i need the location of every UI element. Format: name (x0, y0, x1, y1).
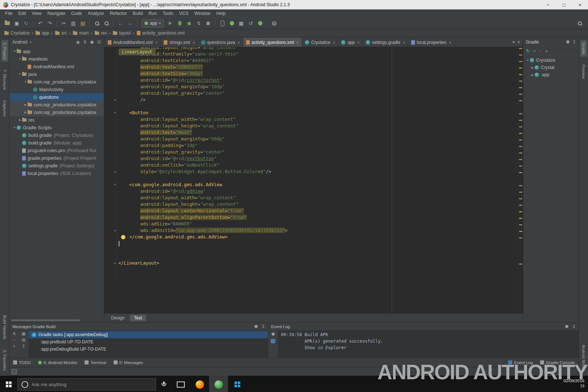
close-tab-icon[interactable]: × (297, 40, 299, 45)
tree-item-androidmanifest-xml[interactable]: AndroidManifest.xml (9, 63, 104, 70)
menu-navigate[interactable]: Navigate (45, 11, 68, 16)
paste-icon[interactable]: ▤ (78, 19, 87, 27)
code-line[interactable]: android:padding="2dp" (104, 142, 518, 149)
code-line[interactable]: ▴ /> (104, 97, 518, 103)
code-line[interactable]: android:id="@+id/correctornot" (104, 77, 518, 83)
find-icon[interactable] (93, 19, 101, 27)
taskbar-windows-app[interactable] (228, 376, 247, 392)
tree-item-res[interactable]: ▶res (9, 116, 104, 124)
collapse-icon[interactable]: » (13, 344, 15, 348)
tab-crystalize[interactable]: Crystalize× (302, 38, 338, 47)
tab-strings-xml[interactable]: strings.xml× (161, 38, 198, 47)
code-line[interactable] (104, 266, 518, 273)
menu-edit[interactable]: Edit (15, 11, 29, 16)
search-everywhere-icon[interactable] (577, 21, 582, 26)
attach-debugger-icon[interactable]: ↯ (195, 19, 203, 27)
menu-vcs[interactable]: VCS (176, 11, 191, 16)
menu-file[interactable]: File (2, 11, 15, 16)
menu-build[interactable]: Build (130, 11, 146, 16)
code-line[interactable]: android:fontFamily="sans-serif-thin" (104, 51, 518, 57)
filter-icon[interactable]: ▤ (22, 338, 25, 342)
close-icon[interactable]: × (13, 338, 15, 342)
project-view-selector[interactable]: Android (12, 40, 27, 45)
code-line[interactable]: android:layout_marginTop="10dp" (104, 83, 518, 90)
sdk-manager-icon[interactable] (228, 19, 236, 27)
breadcrumb-item-crystalize[interactable]: Crystalize (4, 30, 30, 36)
toolwindow-tab-captures[interactable]: Captures (1, 98, 8, 119)
toolwindow-button-todo[interactable]: TODO (13, 360, 31, 365)
code-line[interactable]: ▾ <Button (104, 110, 518, 116)
code-line[interactable]: android:text="CORRECT!" (104, 64, 518, 70)
tree-item-gradle-scripts[interactable]: ▼Gradle Scripts (9, 124, 104, 131)
code-line[interactable] (104, 240, 518, 247)
tree-item-java[interactable]: ▼java (9, 70, 104, 78)
tree-item-build-gradle[interactable]: build.gradle(Project: Crystalize) (9, 131, 104, 139)
hide-panel-icon[interactable]: ↧ (261, 324, 265, 329)
grid-icon[interactable]: ▦ (22, 331, 25, 336)
android-monitor-icon[interactable]: ▦ (237, 19, 246, 27)
start-button[interactable] (0, 376, 17, 392)
locate-icon[interactable]: ◉ (76, 40, 79, 45)
hide-panel-icon[interactable]: ↧ (572, 324, 576, 329)
close-tab-icon[interactable]: × (403, 40, 405, 45)
refresh-gradle-icon[interactable]: ↻ (526, 48, 530, 54)
expand-icon[interactable]: ⇅ (12, 331, 16, 336)
code-line[interactable]: ads:adSize="BANNER" (104, 221, 518, 227)
gradle-sync-icon[interactable]: ↺ (246, 19, 255, 27)
menu-run[interactable]: Run (146, 11, 160, 16)
sync-icon[interactable]: ↻ (22, 19, 30, 27)
code-line[interactable]: android:layout_height="wrap_content" (104, 47, 518, 51)
menu-help[interactable]: Help (213, 11, 229, 16)
console-icon[interactable] (271, 339, 275, 343)
event-log-settings-icon[interactable] (271, 332, 275, 336)
breadcrumb-item-res[interactable]: res (94, 30, 108, 36)
settings-gear-icon[interactable] (254, 324, 258, 328)
gradle-node-crystal[interactable]: ▶Crystal (523, 64, 579, 71)
cut-icon[interactable]: ✂ (60, 19, 68, 27)
breadcrumb-item-src[interactable]: src (54, 30, 68, 36)
code-line[interactable]: android:layout_height="wrap_content" (104, 123, 518, 129)
code-line[interactable]: </com.google.android.gms.ads.AdView> (104, 234, 518, 240)
tab-app[interactable]: app× (338, 38, 363, 47)
redo-icon[interactable]: ↷ (45, 19, 54, 27)
code-line[interactable] (104, 175, 518, 181)
layout-inspector-icon[interactable] (256, 19, 265, 27)
settings-gear-icon[interactable] (565, 324, 569, 328)
gradle-node-crystalize[interactable]: ▼Crystalize (523, 57, 579, 64)
horizontal-scrollbar[interactable] (11, 319, 80, 321)
breadcrumb-item-app[interactable]: app (35, 30, 50, 36)
maximize-button[interactable]: □ (556, 0, 572, 9)
find-in-path-icon[interactable] (102, 19, 111, 27)
close-tab-icon[interactable]: × (449, 40, 451, 45)
code-line[interactable] (104, 253, 518, 260)
taskbar-firefox[interactable] (190, 376, 209, 392)
code-line[interactable]: android:layout_marginTop="50dp" (104, 136, 518, 142)
tab-text[interactable]: Text (130, 315, 146, 321)
undo-icon[interactable]: ↶ (36, 19, 45, 27)
copy-icon[interactable]: ▥ (69, 19, 78, 27)
avd-manager-icon[interactable] (218, 19, 227, 27)
debug-icon[interactable] (176, 19, 184, 27)
code-line[interactable]: android:layout_alignParentBottom="true" (104, 214, 518, 221)
menu-code[interactable]: Code (68, 11, 85, 16)
code-line[interactable]: android:id="@+id/nextbutton" (104, 155, 518, 162)
close-tab-icon[interactable]: × (155, 40, 158, 45)
tree-item-mainactivity[interactable]: MainActivity (9, 86, 104, 93)
code-line[interactable] (104, 247, 518, 253)
code-line[interactable]: android:layout_width="wrap_content" (104, 195, 518, 201)
tab-dropdown-icon[interactable]: ▾ (513, 40, 515, 45)
export-icon[interactable]: ↧ (22, 344, 25, 348)
minimize-button[interactable]: − (540, 0, 556, 9)
save-all-icon[interactable]: ▣ (12, 19, 21, 27)
toolwindow-tab-7-structure[interactable]: 7: Structure (1, 67, 8, 92)
tree-item-com-nqr-productions-crystalize[interactable]: ▶com.nqr_productions.crystalize (9, 101, 104, 109)
more-actions-icon[interactable]: » (545, 48, 548, 54)
message-row[interactable]: i Gradle tasks [:app:assembleDebug] (29, 331, 268, 338)
tree-item-local-properties[interactable]: local.properties(SDK Location) (9, 170, 104, 177)
code-line[interactable]: android:id="@+id/adView" (104, 188, 518, 195)
settings-gear-icon[interactable] (566, 40, 570, 44)
code-line[interactable]: ▴ style="@style/Widget.AppCompat.Button.… (104, 168, 518, 175)
collapse-all-icon[interactable]: ⊟ (97, 40, 101, 45)
tree-item-build-gradle[interactable]: build.gradle(Module: app) (9, 139, 104, 147)
code-line[interactable]: android:textColor="#440027" (104, 57, 518, 64)
